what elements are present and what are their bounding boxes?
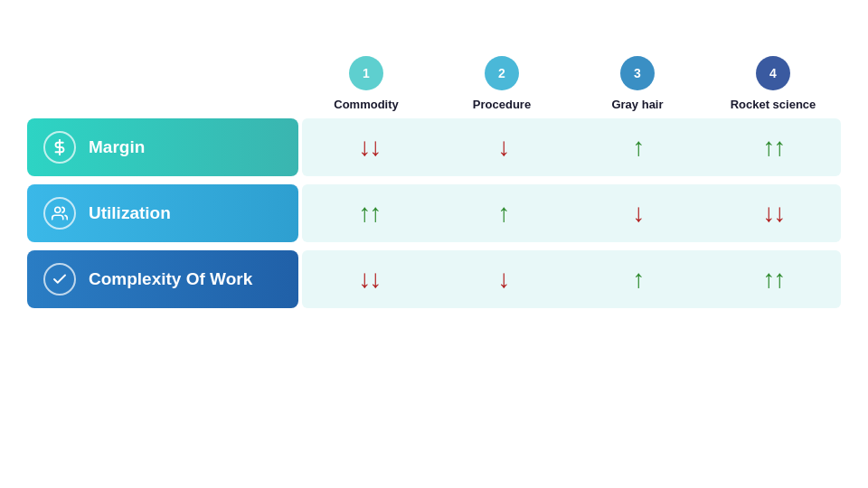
arrow-utilization-1	[498, 201, 511, 226]
col-header-rocket: 4 Rocket science	[705, 56, 841, 111]
col-badge-grayhair: 3	[620, 56, 655, 90]
cell-complexity-0	[302, 250, 437, 308]
cell-margin-3	[706, 118, 841, 176]
col-label-grayhair: Gray hair	[611, 98, 663, 111]
row-cells-complexity	[302, 250, 841, 308]
cell-complexity-2	[571, 250, 706, 308]
row-cells-utilization	[302, 184, 841, 242]
row-label-text-complexity: Complexity Of Work	[89, 269, 252, 289]
cell-utilization-3	[706, 184, 841, 242]
arrow-margin-0	[359, 135, 381, 160]
arrow-margin-1	[498, 135, 511, 160]
row-cells-margin	[302, 118, 841, 176]
col-header-commodity: 1 Commodity	[298, 56, 434, 111]
chart-area: 1 Commodity 2 Procedure 3 Gray hair 4 Ro…	[27, 56, 841, 316]
arrow-complexity-1	[498, 267, 511, 292]
row-label-complexity: Complexity Of Work	[27, 250, 298, 308]
col-header-procedure: 2 Procedure	[434, 56, 570, 111]
col-header-grayhair: 3 Gray hair	[570, 56, 705, 111]
arrow-utilization-3	[763, 201, 785, 226]
main-container: 1 Commodity 2 Procedure 3 Gray hair 4 Ro…	[0, 0, 868, 488]
arrow-complexity-0	[359, 267, 381, 292]
col-label-commodity: Commodity	[334, 98, 399, 111]
row-utilization: Utilization	[27, 184, 841, 242]
col-badge-commodity: 1	[349, 56, 383, 90]
row-icon-utilization	[43, 197, 76, 230]
row-margin: Margin	[27, 118, 841, 176]
row-complexity: Complexity Of Work	[27, 250, 841, 308]
arrow-utilization-0	[359, 201, 381, 226]
row-label-margin: Margin	[27, 118, 298, 176]
column-headers: 1 Commodity 2 Procedure 3 Gray hair 4 Ro…	[27, 56, 841, 111]
arrow-margin-2	[633, 135, 646, 160]
arrow-complexity-2	[633, 267, 646, 292]
col-label-procedure: Procedure	[473, 98, 531, 111]
row-label-text-utilization: Utilization	[89, 203, 171, 223]
arrow-utilization-2	[633, 201, 646, 226]
cell-complexity-3	[706, 250, 841, 308]
arrow-margin-3	[763, 135, 785, 160]
arrow-complexity-3	[763, 267, 785, 292]
col-label-rocket: Rocket science	[731, 98, 816, 111]
row-label-utilization: Utilization	[27, 184, 298, 242]
row-icon-complexity	[43, 263, 76, 296]
cell-utilization-0	[302, 184, 437, 242]
cell-margin-0	[302, 118, 437, 176]
col-badge-rocket: 4	[756, 56, 790, 90]
cell-margin-1	[437, 118, 571, 176]
cell-complexity-1	[437, 250, 571, 308]
col-badge-procedure: 2	[485, 56, 519, 90]
row-icon-margin	[43, 131, 76, 164]
row-label-text-margin: Margin	[89, 137, 145, 157]
cell-margin-2	[571, 118, 706, 176]
svg-point-1	[55, 207, 61, 212]
cell-utilization-1	[437, 184, 571, 242]
cell-utilization-2	[571, 184, 706, 242]
